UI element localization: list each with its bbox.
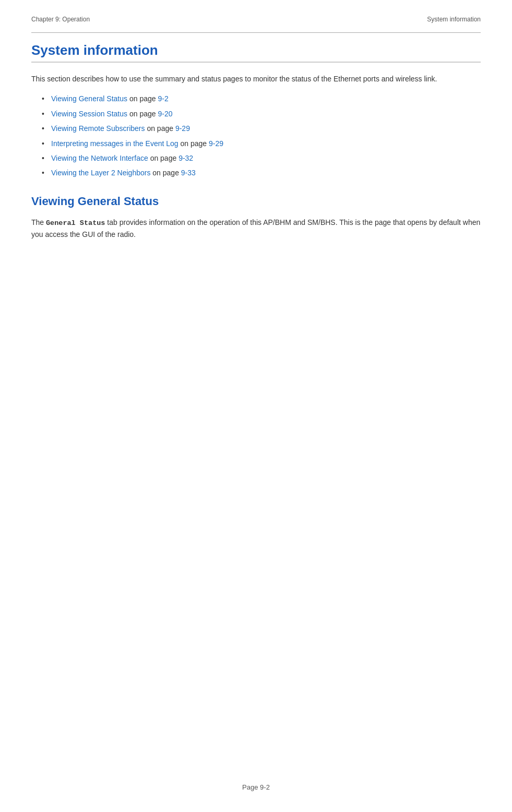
link-viewing-remote-subscribers[interactable]: Viewing Remote Subscribers: [51, 124, 145, 133]
on-page-text-2: on page: [147, 124, 175, 133]
on-page-text-0: on page: [129, 94, 158, 103]
list-item: Viewing General Status on page 9-2: [42, 93, 481, 104]
list-item: Viewing Remote Subscribers on page 9-29: [42, 123, 481, 134]
footer-page-number: Page 9-2: [242, 783, 270, 791]
header-section: System information: [427, 16, 481, 23]
list-item: Interpreting messages in the Event Log o…: [42, 138, 481, 149]
on-page-text-1: on page: [129, 110, 158, 118]
intro-text: This section describes how to use the su…: [31, 73, 481, 85]
link-viewing-layer2-neighbors[interactable]: Viewing the Layer 2 Neighbors: [51, 169, 150, 177]
bullet-list: Viewing General Status on page 9-2 Viewi…: [31, 93, 481, 178]
header-chapter: Chapter 9: Operation: [31, 16, 90, 23]
list-item: Viewing the Network Interface on page 9-…: [42, 152, 481, 164]
page-ref-0[interactable]: 9-2: [158, 94, 168, 103]
on-page-text-5: on page: [152, 169, 181, 177]
on-page-text-4: on page: [150, 154, 179, 162]
page-title: System information: [31, 42, 481, 63]
page-ref-1[interactable]: 9-20: [158, 110, 172, 118]
link-viewing-network-interface[interactable]: Viewing the Network Interface: [51, 154, 148, 162]
list-item: Viewing Session Status on page 9-20: [42, 108, 481, 120]
page-ref-2[interactable]: 9-29: [175, 124, 190, 133]
page-ref-3[interactable]: 9-29: [209, 139, 223, 148]
page-ref-5[interactable]: 9-33: [181, 169, 196, 177]
link-viewing-session-status[interactable]: Viewing Session Status: [51, 110, 127, 118]
section-body-before: The: [31, 218, 46, 226]
page-footer: Page 9-2: [0, 783, 512, 791]
list-item: Viewing the Layer 2 Neighbors on page 9-…: [42, 167, 481, 178]
link-viewing-general-status[interactable]: Viewing General Status: [51, 94, 127, 103]
link-interpreting-messages[interactable]: Interpreting messages in the Event Log: [51, 139, 178, 148]
on-page-text-3: on page: [180, 139, 209, 148]
section-title: Viewing General Status: [31, 195, 481, 208]
page-ref-4[interactable]: 9-32: [178, 154, 193, 162]
section-bold-term: General Status: [46, 219, 105, 227]
section-body: The General Status tab provides informat…: [31, 217, 481, 241]
